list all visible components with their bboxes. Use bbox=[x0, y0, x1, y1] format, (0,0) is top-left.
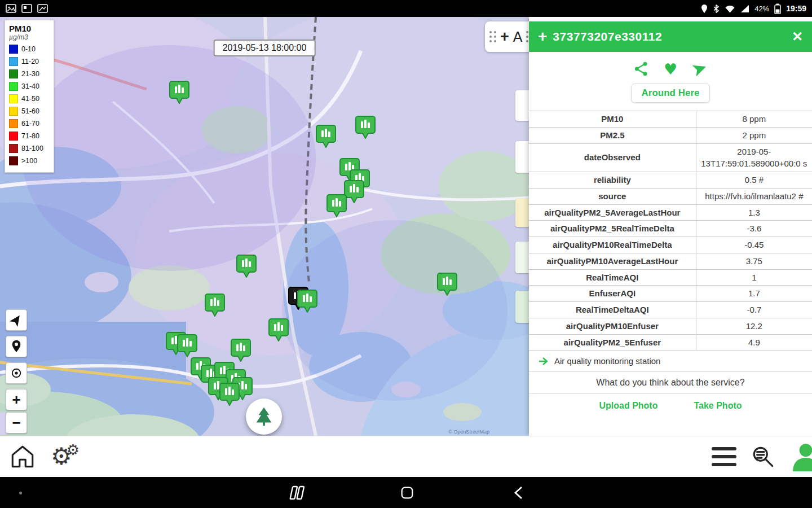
table-row: RealTimeDeltaAQI-0.7 bbox=[529, 302, 812, 318]
drag-handle-icon[interactable] bbox=[489, 31, 496, 42]
attribute-table-body: PM108 ppmPM2.52 ppmdateObserved2019-05-1… bbox=[529, 111, 812, 351]
share-icon bbox=[633, 61, 649, 77]
attribute-value: 2019-05-13T17:59:01.589000+00:0 s bbox=[696, 143, 812, 172]
station-marker[interactable] bbox=[355, 115, 376, 141]
attribute-value: 4.9 bbox=[696, 334, 812, 351]
station-marker[interactable] bbox=[177, 334, 197, 360]
legend-label: 41-50 bbox=[21, 95, 39, 103]
image-notification-icon bbox=[37, 4, 48, 13]
detail-panel: + 373773207e330112 ✕ ♥ Around Here PM108… bbox=[529, 17, 812, 436]
legend-label: 0-10 bbox=[21, 45, 36, 53]
map-pin-icon bbox=[10, 339, 23, 354]
navigate-button[interactable] bbox=[692, 61, 708, 77]
home-icon bbox=[9, 444, 36, 469]
profile-button[interactable] bbox=[789, 442, 812, 471]
legend-item: 51-60 bbox=[9, 107, 50, 116]
station-marker[interactable] bbox=[219, 382, 240, 408]
attribute-value: https://fvh.io/ilmanlaatu2 # bbox=[696, 188, 812, 204]
attribute-key: airQualityPM2_5RealTimeDelta bbox=[529, 221, 696, 237]
zoom-in-button[interactable]: + bbox=[6, 389, 27, 410]
around-here-button[interactable]: Around Here bbox=[631, 84, 710, 103]
my-location-button[interactable] bbox=[6, 309, 27, 331]
legend-item: 61-70 bbox=[9, 119, 50, 128]
search-button[interactable] bbox=[750, 444, 776, 470]
legend-label: 11-20 bbox=[21, 58, 39, 65]
attribute-key: dateObserved bbox=[529, 143, 696, 172]
map-timestamp: 2019-05-13 18:00:00 bbox=[214, 40, 316, 56]
table-row: airQualityPM10AverageLastHour3.75 bbox=[529, 253, 812, 269]
legend-label: 81-100 bbox=[21, 144, 43, 152]
station-marker[interactable] bbox=[437, 272, 457, 298]
gear-icon: ⚙ bbox=[67, 443, 80, 457]
hidden-card-edge bbox=[515, 291, 529, 323]
share-button[interactable] bbox=[633, 61, 649, 77]
place-marker-button[interactable] bbox=[6, 336, 27, 357]
send-icon bbox=[692, 61, 708, 77]
station-marker[interactable] bbox=[268, 318, 289, 344]
target-icon bbox=[9, 366, 24, 380]
legend-label: 71-80 bbox=[21, 132, 39, 140]
station-marker[interactable] bbox=[231, 338, 251, 364]
attribute-key: reliability bbox=[529, 172, 696, 189]
legend-item: 41-50 bbox=[9, 94, 50, 103]
legend-title: PM10 bbox=[9, 24, 50, 33]
legend-color-swatch bbox=[9, 82, 18, 91]
table-row: sourcehttps://fvh.io/ilmanlaatu2 # bbox=[529, 188, 812, 204]
back-button[interactable] bbox=[511, 485, 526, 501]
battery-icon bbox=[774, 3, 781, 14]
home-nav-button[interactable] bbox=[399, 485, 415, 501]
legend-color-swatch bbox=[9, 156, 18, 165]
map-controls: + − bbox=[6, 309, 27, 433]
android-nav-bar bbox=[0, 477, 812, 508]
attribute-value: 0.5 # bbox=[696, 172, 812, 189]
close-icon[interactable]: ✕ bbox=[792, 29, 803, 45]
nav-hint-dot bbox=[19, 492, 22, 494]
station-marker[interactable] bbox=[205, 293, 225, 319]
zoom-out-label: − bbox=[12, 415, 20, 430]
center-target-button[interactable] bbox=[6, 362, 27, 384]
station-marker[interactable] bbox=[344, 179, 364, 205]
legend-color-swatch bbox=[9, 45, 18, 54]
recent-apps-button[interactable] bbox=[288, 484, 307, 501]
app-toolbar: ⚙ ⚙ bbox=[0, 436, 812, 477]
legend-label: 31-40 bbox=[21, 82, 39, 90]
attribute-key: airQualityPM2_5AverageLastHour bbox=[529, 204, 696, 221]
table-row: PM108 ppm bbox=[529, 111, 812, 128]
station-marker[interactable] bbox=[169, 80, 189, 106]
attribute-key: airQualityPM10RealTimeDelta bbox=[529, 237, 696, 253]
attribute-value: 1 bbox=[696, 269, 812, 286]
hidden-card-edge bbox=[515, 199, 529, 227]
settings-button[interactable]: ⚙ ⚙ bbox=[51, 445, 80, 468]
gallery-icon bbox=[6, 4, 16, 13]
add-icon: + bbox=[500, 29, 509, 45]
around-here-wrap: Around Here bbox=[529, 84, 812, 103]
zoom-out-button[interactable]: − bbox=[6, 412, 27, 433]
attribute-value: -0.45 bbox=[696, 237, 812, 253]
station-marker[interactable] bbox=[316, 124, 336, 150]
status-bar: 42% 19:59 bbox=[0, 0, 812, 17]
attribute-key: PM2.5 bbox=[529, 127, 696, 143]
attribute-key: airQualityPM2_5Enfuser bbox=[529, 334, 696, 351]
map[interactable]: PM10 µg/m3 0-1011-2021-3031-4041-5051-60… bbox=[0, 17, 529, 436]
toolbar-left: ⚙ ⚙ bbox=[0, 444, 80, 469]
legend-color-swatch bbox=[9, 132, 18, 141]
station-marker[interactable] bbox=[297, 289, 317, 315]
favorite-button[interactable]: ♥ bbox=[664, 62, 677, 77]
home-nav-icon bbox=[399, 485, 415, 501]
nature-layer-button[interactable] bbox=[246, 398, 282, 435]
back-icon bbox=[511, 485, 526, 501]
upload-photo-button[interactable]: Upload Photo bbox=[599, 401, 657, 411]
home-button[interactable] bbox=[9, 444, 36, 469]
attribute-value: -3.6 bbox=[696, 221, 812, 237]
station-marker[interactable] bbox=[326, 194, 347, 220]
table-row: RealTimeAQI1 bbox=[529, 269, 812, 286]
attribute-table: PM108 ppmPM2.52 ppmdateObserved2019-05-1… bbox=[529, 111, 812, 351]
legend-item: 81-100 bbox=[9, 144, 50, 153]
add-icon[interactable]: + bbox=[538, 28, 547, 46]
hidden-card-edge bbox=[515, 242, 529, 273]
station-marker[interactable] bbox=[236, 254, 257, 280]
menu-button[interactable] bbox=[712, 447, 736, 466]
attribute-value: 2 ppm bbox=[696, 127, 812, 143]
take-photo-button[interactable]: Take Photo bbox=[694, 401, 742, 411]
legend-item: 0-10 bbox=[9, 45, 50, 54]
